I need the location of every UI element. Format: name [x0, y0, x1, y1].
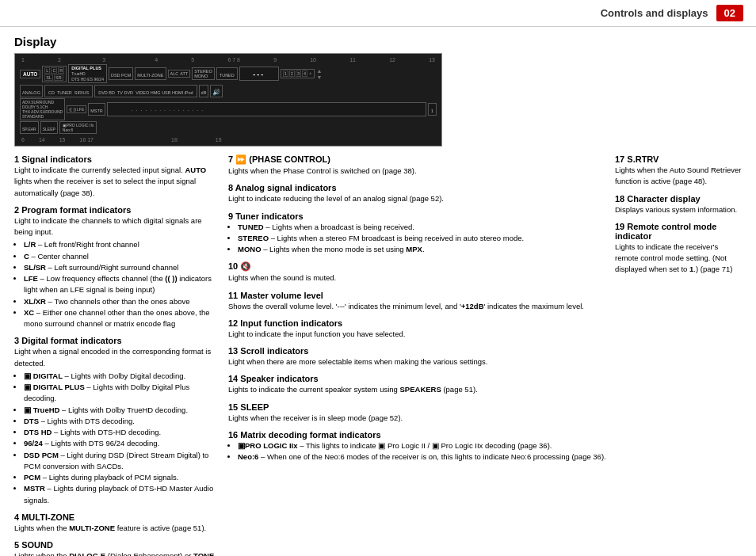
mstr-indicator: MSTR: [88, 103, 105, 116]
section-3-title: Digital format indicators: [21, 336, 122, 345]
input-function-indicators: 1 2 3 4 ▲: [281, 69, 315, 78]
section-11-heading: 11 Master volume level: [228, 291, 607, 300]
section-1-num: 1: [14, 154, 21, 164]
remote-mode-indicator: 1: [428, 103, 437, 116]
tuned-indicator: TUNED: [216, 67, 238, 80]
section-19-text: Lights to indicate the receiver's remote…: [615, 242, 742, 276]
section-8-title: Analog signal indicators: [235, 183, 337, 192]
text-content: 1 Signal indicators Light to indicate th…: [14, 154, 742, 556]
pro-logic-label: ▣PRO LOGIC IIx Neo:6: [59, 121, 97, 134]
section-3-text: Light when a signal encoded in the corre…: [14, 346, 220, 369]
section-13-text: Light when there are more selectable ite…: [228, 356, 607, 367]
source-labels: CD TUNER SIRIUS: [44, 85, 93, 97]
section-18-num: 18: [615, 194, 627, 204]
section-2-heading: 2 Program format indicators: [14, 205, 220, 215]
diag-num-bottom-15: 15: [59, 137, 66, 143]
section-7: 7 ⏩ (PHASE CONTROL) Lights when the Phas…: [228, 154, 607, 177]
section-2: 2 Program format indicators Light to ind…: [14, 205, 220, 330]
alc-att-indicator: ALC ATT: [168, 70, 191, 78]
section-7-text: Lights when the Phase Control is switche…: [228, 166, 607, 177]
section-2-list: L/R – Left front/Right front channel C –…: [24, 239, 220, 329]
section-9: 9 Tuner indicators TUNED – Lights when a…: [228, 211, 607, 256]
spear-label: SP.EAR: [20, 121, 39, 134]
diag-num-10: 10: [310, 57, 316, 63]
right-col-a: 7 ⏩ (PHASE CONTROL) Lights when the Phas…: [228, 154, 607, 469]
adv-surround-label: ADV.SURROUND DOLBY 5.1CH THX ADV.SURROUN…: [20, 98, 65, 120]
section-15-num: 15: [228, 402, 240, 412]
diag-num-6-8: 6 7 8: [227, 57, 240, 63]
display-title: Display: [14, 35, 742, 48]
lfe-indicator: (( )) LFE: [67, 105, 86, 113]
diag-num-bottom-14: 14: [39, 137, 45, 143]
section-12-heading: 12 Input function indicators: [228, 318, 607, 328]
multizone-indicator: MULTI-ZONE: [135, 67, 166, 80]
list-item: 96/24 – Lights with DTS 96/24 decoding.: [24, 438, 220, 449]
section-10-text: Lights when the sound is muted.: [228, 272, 607, 284]
section-10-heading: 10 🔇: [228, 261, 607, 272]
list-item: Neo:6 – When one of the Neo:6 modes of t…: [238, 451, 607, 463]
diagram-row-2: ANALOG CD TUNER SIRIUS DVD BD TV DVR VID…: [20, 85, 437, 97]
diag-num-9: 9: [273, 57, 277, 63]
speaker-indicator: 🔊: [210, 85, 223, 97]
header-title-area: Controls and displays 02: [601, 5, 743, 21]
section-13-title: Scroll indicators: [240, 346, 308, 356]
section-16-num: 16: [228, 430, 240, 440]
section-9-title: Tuner indicators: [235, 211, 303, 221]
section-11-text: Shows the overall volume level. '---' in…: [228, 301, 607, 312]
section-8: 8 Analog signal indicators Light to indi…: [228, 183, 607, 204]
section-16-heading: 16 Matrix decoding format indicators: [228, 430, 607, 440]
digital-format-indicator: DIGITAL PLUS TrueHD DTS HD ES 96/24: [68, 64, 107, 83]
section-3-list: ▣ DIGITAL – Lights with Dolby Digital de…: [24, 371, 220, 506]
section-15: 15 SLEEP Lights when the receiver is in …: [228, 402, 607, 424]
section-13-num: 13: [228, 346, 240, 356]
section-10-title: 🔇: [240, 261, 251, 271]
section-15-heading: 15 SLEEP: [228, 402, 607, 412]
list-item: SL/SR – Left surround/Right surround cha…: [24, 262, 220, 273]
dvd-source-labels: DVD BD TV DVR VIDEO HMG USB HDMI iPod: [94, 85, 197, 97]
diag-num-5: 5: [191, 57, 194, 63]
chapter-badge: 02: [716, 5, 743, 21]
section-18-heading: 18 Character display: [615, 194, 742, 204]
scroll-indicators: ▲ ▼: [316, 68, 322, 80]
section-17-num: 17: [615, 154, 627, 164]
section-5-num: 5: [14, 540, 21, 550]
section-12: 12 Input function indicators Light to in…: [228, 318, 607, 340]
section-4-heading: 4 MULTI-ZONE: [14, 512, 220, 522]
diagram-row-4: SP.EAR SLEEP ▣PRO LOGIC IIx Neo:6: [20, 121, 437, 134]
list-item: XC – Either one channel other than the o…: [24, 307, 220, 330]
list-item: ▣ TrueHD – Lights with Dolby TrueHD deco…: [24, 405, 220, 416]
diag-num-bottom-18: 18: [171, 137, 178, 143]
section-12-num: 12: [228, 318, 240, 328]
list-item: C – Center channel: [24, 251, 220, 262]
section-3-heading: 3 Digital format indicators: [14, 336, 220, 345]
diag-num-3: 3: [102, 57, 105, 63]
sleep-label: SLEEP: [40, 121, 58, 134]
section-3: 3 Digital format indicators Light when a…: [14, 336, 220, 506]
section-3-num: 3: [14, 336, 21, 345]
section-1: 1 Signal indicators Light to indicate th…: [14, 154, 220, 199]
list-item: DTS – Lights with DTS decoding.: [24, 416, 220, 427]
program-format-indicator: L C R SL SR: [42, 66, 67, 82]
diag-num-1: 1: [21, 57, 25, 63]
volume-display: ---: [239, 67, 279, 81]
display-section: Display 1 2 3 4 5 6 7 8 9 10 11 12 13: [14, 35, 742, 147]
list-item: PCM – Lights during playback of PCM sign…: [24, 472, 220, 483]
db-indicator: dB: [199, 85, 209, 97]
page-title: Controls and displays: [601, 7, 708, 19]
section-9-heading: 9 Tuner indicators: [228, 211, 607, 221]
list-item: XL/XR – Two channels other than the ones…: [24, 296, 220, 307]
section-17: 17 S.RTRV Lights when the Auto Sound Ret…: [615, 154, 742, 188]
section-5: 5 SOUND Lights when the DIALOG E (Dialog…: [14, 540, 220, 556]
right-col-b: 17 S.RTRV Lights when the Auto Sound Ret…: [615, 154, 742, 469]
signal-indicator-auto: AUTO: [20, 70, 40, 78]
section-14-num: 14: [228, 374, 240, 383]
section-19-heading: 19 Remote control mode indicator: [615, 222, 742, 241]
section-8-num: 8: [228, 183, 235, 192]
section-12-text: Light to indicate the input function you…: [228, 329, 607, 340]
section-19-title: Remote control mode indicator: [615, 222, 716, 241]
section-4-title: MULTI-ZONE: [21, 512, 74, 522]
display-diagram: 1 2 3 4 5 6 7 8 9 10 11 12 13: [14, 53, 442, 147]
section-7-num: 7: [228, 154, 235, 164]
section-19: 19 Remote control mode indicator Lights …: [615, 222, 742, 276]
section-11: 11 Master volume level Shows the overall…: [228, 291, 607, 312]
